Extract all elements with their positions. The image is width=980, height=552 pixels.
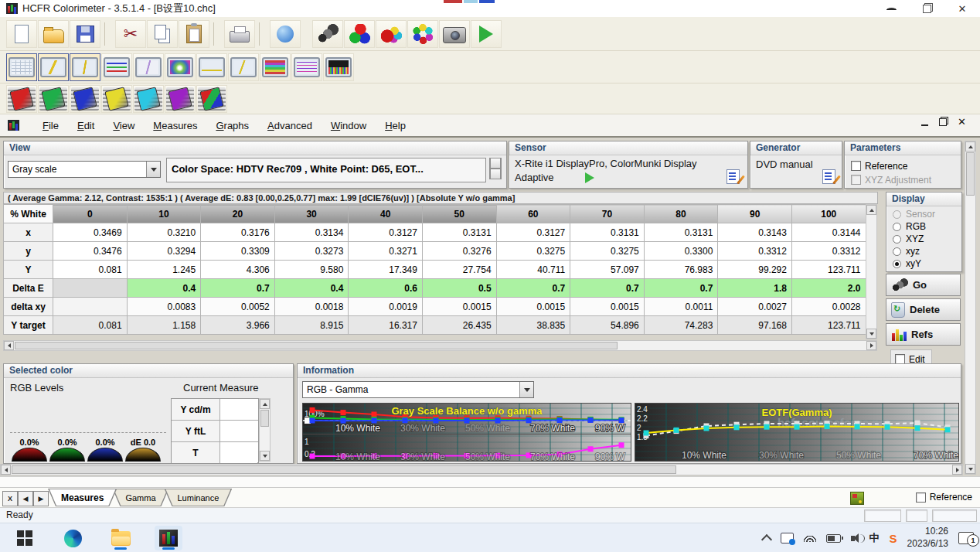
tab-prev-button[interactable]: ◀ bbox=[18, 491, 33, 506]
table-cell[interactable]: 0.5 bbox=[422, 279, 496, 298]
mdi-close-button[interactable]: ✕ bbox=[958, 118, 966, 127]
sogou-input-icon[interactable]: S bbox=[890, 532, 897, 545]
column-header-10[interactable]: 10 bbox=[127, 205, 201, 223]
table-cell[interactable]: 0.3300 bbox=[644, 242, 718, 261]
main-horizontal-scrollbar[interactable] bbox=[0, 464, 963, 475]
mdi-minimize-button[interactable] bbox=[921, 124, 928, 126]
radio-icon[interactable] bbox=[893, 210, 901, 219]
restore-button[interactable] bbox=[909, 0, 944, 17]
table-cell[interactable]: 0.3275 bbox=[496, 242, 570, 261]
notification-icon[interactable]: 1 bbox=[958, 532, 974, 544]
table-cell[interactable]: 0.3143 bbox=[718, 223, 792, 242]
table-cell[interactable]: 16.317 bbox=[349, 316, 423, 335]
table-cell[interactable]: 0.3312 bbox=[718, 242, 792, 261]
scroll-down-icon[interactable] bbox=[866, 329, 876, 339]
table-cell[interactable]: 4.306 bbox=[201, 261, 275, 279]
table-cell[interactable]: 0.0015 bbox=[496, 298, 570, 316]
scroll-up-icon[interactable] bbox=[866, 205, 876, 215]
radio-xyy[interactable]: xyY bbox=[886, 257, 961, 270]
minimize-button[interactable] bbox=[873, 0, 909, 17]
table-cell[interactable]: 0.3312 bbox=[791, 242, 866, 261]
table-cell[interactable]: 0.0028 bbox=[791, 298, 866, 316]
toolbar-button-filter-cyan[interactable] bbox=[133, 85, 164, 113]
sensor-edit-icon[interactable] bbox=[726, 169, 740, 184]
tab-measures[interactable]: Measures bbox=[48, 489, 117, 506]
tray-expand-icon[interactable] bbox=[761, 533, 772, 544]
radio-icon[interactable] bbox=[893, 260, 901, 268]
reference-checkbox[interactable]: Reference bbox=[851, 158, 907, 172]
spinner-up-button[interactable] bbox=[489, 158, 502, 169]
measure-row-value[interactable] bbox=[220, 442, 257, 463]
table-cell[interactable]: 123.711 bbox=[791, 316, 866, 335]
toolbar-button-new-file[interactable] bbox=[6, 20, 37, 48]
checkbox-icon[interactable] bbox=[851, 161, 861, 171]
speaker-icon[interactable] bbox=[851, 536, 855, 541]
menu-advanced[interactable]: Advanced bbox=[267, 120, 312, 131]
toolbar-button-saturation-shift[interactable] bbox=[291, 53, 322, 81]
table-cell[interactable] bbox=[53, 279, 128, 298]
table-cell[interactable]: 0.3275 bbox=[570, 242, 645, 261]
table-cell[interactable]: 0.6 bbox=[349, 279, 423, 298]
scroll-right-icon[interactable] bbox=[866, 341, 876, 350]
table-cell[interactable]: 0.3276 bbox=[422, 242, 496, 261]
table-cell[interactable]: 0.0052 bbox=[201, 298, 275, 316]
toolbar-button-snapshot[interactable] bbox=[439, 20, 470, 48]
column-header-50[interactable]: 50 bbox=[422, 205, 496, 223]
toolbar-button-cie-diagram[interactable] bbox=[165, 53, 196, 81]
radio-xyz[interactable]: XYZ bbox=[886, 233, 961, 245]
table-cell[interactable]: 27.754 bbox=[422, 261, 496, 279]
table-cell[interactable]: 0.3476 bbox=[53, 242, 128, 261]
toolbar-button-neargray-low[interactable] bbox=[196, 53, 227, 81]
table-cell[interactable]: 1.158 bbox=[127, 316, 201, 335]
tab-next-button[interactable]: ▶ bbox=[33, 491, 49, 506]
toolbar-button-histogram[interactable] bbox=[323, 53, 354, 81]
toolbar-button-filter-red[interactable] bbox=[6, 85, 37, 113]
generator-edit-icon[interactable] bbox=[822, 169, 835, 184]
table-cell[interactable]: 76.983 bbox=[644, 261, 718, 279]
menu-measures[interactable]: Measures bbox=[153, 120, 197, 131]
file-explorer-button[interactable] bbox=[107, 526, 134, 550]
eotf-gamma-chart[interactable]: hcfr.sourceforge.net2.42.221.8EOTF(Gamma… bbox=[635, 403, 959, 462]
table-cell[interactable]: 0.3127 bbox=[496, 223, 570, 242]
toolbar-button-help[interactable] bbox=[270, 20, 301, 48]
table-cell[interactable]: 0.3127 bbox=[349, 223, 423, 242]
column-header-0[interactable]: 0 bbox=[53, 205, 128, 223]
delete-button[interactable]: Delete bbox=[886, 298, 961, 321]
toolbar-button-paste[interactable] bbox=[179, 20, 209, 48]
toolbar-button-filter-magenta[interactable] bbox=[165, 85, 196, 113]
chevron-down-icon[interactable] bbox=[519, 382, 533, 397]
table-cell[interactable]: 54.896 bbox=[570, 316, 645, 335]
table-cell[interactable]: 0.0015 bbox=[570, 298, 645, 316]
table-cell[interactable]: 0.3176 bbox=[201, 223, 275, 242]
toolbar-button-neargray-diag[interactable] bbox=[228, 53, 259, 81]
table-cell[interactable]: 38.835 bbox=[496, 316, 570, 335]
toolbar-button-measure-grayscale[interactable] bbox=[312, 20, 343, 48]
toolbar-button-measure-primaries[interactable] bbox=[344, 20, 375, 48]
table-cell[interactable]: 8.915 bbox=[274, 316, 349, 335]
table-cell[interactable]: 0.3309 bbox=[201, 242, 275, 261]
table-cell[interactable]: 0.3131 bbox=[570, 223, 645, 242]
table-cell[interactable]: 2.0 bbox=[791, 279, 866, 298]
toolbar-button-filter-yellow[interactable] bbox=[101, 85, 132, 113]
scroll-down-icon[interactable] bbox=[965, 464, 975, 474]
column-header-100[interactable]: 100 bbox=[791, 205, 866, 223]
grayscale-balance-chart[interactable]: 100%Gray Scale Balance w/o gamma10% Whit… bbox=[302, 403, 631, 435]
refs-button[interactable]: Refs bbox=[886, 323, 961, 346]
table-cell[interactable]: 57.097 bbox=[570, 261, 645, 279]
table-cell[interactable]: 0.3134 bbox=[274, 223, 349, 242]
measure-scrollbar[interactable] bbox=[259, 398, 271, 462]
table-cell[interactable]: 0.3273 bbox=[274, 242, 349, 261]
scroll-thumb[interactable] bbox=[12, 465, 676, 474]
scroll-right-icon[interactable] bbox=[952, 465, 962, 475]
table-cell[interactable]: 0.3131 bbox=[644, 223, 718, 242]
column-header-30[interactable]: 30 bbox=[274, 205, 349, 223]
toolbar-button-open-file[interactable] bbox=[38, 20, 69, 48]
table-cell[interactable]: 0.4 bbox=[127, 279, 201, 298]
tab-close-button[interactable]: X bbox=[2, 491, 18, 506]
table-cell[interactable]: 0.0019 bbox=[349, 298, 423, 316]
table-cell[interactable]: 0.4 bbox=[274, 279, 349, 298]
toolbar-button-copy[interactable] bbox=[147, 20, 178, 48]
wifi-icon[interactable] bbox=[804, 534, 816, 542]
scroll-left-icon[interactable] bbox=[4, 341, 14, 350]
measure-row-value[interactable] bbox=[220, 399, 257, 420]
